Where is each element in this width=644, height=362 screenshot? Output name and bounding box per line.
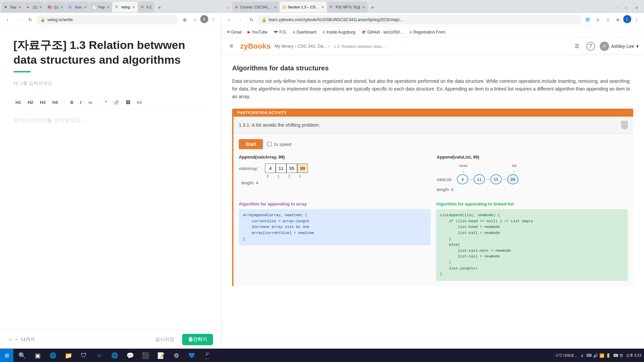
tab-52[interactable]: ✱ 5-2 xyxy=(138,2,155,12)
italic-button[interactable]: I xyxy=(78,99,84,106)
close-button[interactable]: ✕ xyxy=(632,3,641,12)
taskbar-battery[interactable]: 🔋 xyxy=(606,353,611,358)
tab-np[interactable]: P P와 NP의 개념 ✕ xyxy=(327,2,368,12)
zybooks-breadcrumb: My library › CSC 341: Da... › 1.3: Relat… xyxy=(274,44,568,49)
zybooks-appbar-right: ☰ ? A Ashley Lee ▾ xyxy=(572,42,639,51)
extensions-icon[interactable]: ⊕ xyxy=(180,15,190,24)
blockquote-button[interactable]: " xyxy=(103,99,109,106)
article-title[interactable]: [자료구조] 1.3 Relation betwwen data structu… xyxy=(13,38,208,67)
start-button-taskbar[interactable]: ⊞ xyxy=(0,349,13,362)
speed-checkbox[interactable] xyxy=(267,142,272,146)
bookmark-github[interactable]: 🐙 GitHub - lars1050/... xyxy=(359,28,406,36)
h1-button[interactable]: H1 xyxy=(13,99,23,106)
bold-button[interactable]: B xyxy=(68,99,75,106)
new-tab-button-left[interactable]: + xyxy=(155,3,164,12)
head-tail-arrows: ↓ ↓ xyxy=(437,168,628,174)
h2-button[interactable]: H2 xyxy=(26,99,36,106)
user-profile[interactable]: A Ashley Lee ▾ xyxy=(600,42,639,51)
extension-icon[interactable]: ⊕ xyxy=(613,15,623,24)
bookmarks-bar: ✉ Gmail ▶ YouTube 🗺 지도 A Dashboard A Ins… xyxy=(221,27,644,38)
taskbar-orange[interactable]: ⬛ xyxy=(138,349,153,362)
tab-flag[interactable]: 🇺🇸 (1) ✕ xyxy=(45,2,65,12)
tab-notif1[interactable]: ● (1) ✕ xyxy=(24,2,45,12)
tab-velog[interactable]: V velog ✕ xyxy=(112,2,137,12)
reload-button-right[interactable]: ↻ xyxy=(247,15,256,24)
toc-icon[interactable]: ☰ xyxy=(572,42,582,51)
breadcrumb-part1[interactable]: My library xyxy=(274,44,293,49)
back-button-right[interactable]: ‹ xyxy=(224,15,233,24)
taskbar-time[interactable]: 오후 3:23 xyxy=(626,353,641,358)
maximize-button[interactable]: □ xyxy=(622,3,631,12)
zybooks-logo[interactable]: zyBooks xyxy=(240,42,270,51)
taskbar-word[interactable]: W xyxy=(92,349,107,362)
taskbar-phone[interactable]: 📱 xyxy=(200,349,215,362)
taskbar-edge[interactable]: 🌐 xyxy=(46,349,60,362)
tab-google[interactable]: G Goo ✕ xyxy=(66,2,89,12)
help-icon[interactable]: ? xyxy=(586,42,595,51)
link-button[interactable]: 🔗 xyxy=(112,99,121,106)
share-icon[interactable]: ⎗ xyxy=(593,15,602,24)
new-tab-button-right[interactable]: + xyxy=(368,3,377,12)
taskbar-lang[interactable]: 🇰🇷 한 xyxy=(613,353,623,358)
array-index-2: 2 xyxy=(284,174,294,178)
menu-icon-left[interactable]: ⋮ xyxy=(209,15,218,24)
tag-input[interactable]: 태그를 입력하세요 xyxy=(13,80,208,86)
bookmark-inside-augsburg[interactable]: A Inside Augsburg xyxy=(320,28,358,36)
bookmark-gmail[interactable]: ✉ Gmail xyxy=(224,28,244,36)
breadcrumb-part2[interactable]: CSC 341: Da... xyxy=(298,44,327,49)
taskbar-chrome[interactable]: 🌐 xyxy=(107,349,122,362)
taskbar-network[interactable]: 📶 xyxy=(599,353,604,358)
back-button-left[interactable]: ‹ xyxy=(3,15,12,24)
taskbar-explorer[interactable]: 📁 xyxy=(61,349,76,362)
taskbar-shield[interactable]: 🛡 xyxy=(76,349,91,362)
taskbar-notepad[interactable]: 📝 xyxy=(154,349,168,362)
image-button[interactable]: 🖼 xyxy=(124,99,132,106)
editor-body[interactable]: 당신의 이야기를 적어보세요... xyxy=(13,117,208,124)
left-tab-bar: ▼ Say ✕ ● (1) ✕ 🇺🇸 (1) ✕ G Goo ✕ 📄 Pap ✕… xyxy=(0,0,221,13)
address-bar-left[interactable]: 🔒 velog.io/write xyxy=(37,15,178,24)
taskbar-chat[interactable]: 💬 xyxy=(123,349,138,362)
start-button[interactable]: Start xyxy=(239,139,263,149)
taskbar-hide-icons[interactable]: ∧ xyxy=(581,353,584,358)
taskbar-vscode[interactable]: 💙 xyxy=(184,349,199,362)
h3-button[interactable]: H3 xyxy=(38,99,48,106)
taskbar-volume[interactable]: 🔊 xyxy=(593,353,598,358)
list-algo-col: Algorithm for appending to linked-list L… xyxy=(436,201,628,281)
h4-button[interactable]: H4 xyxy=(50,99,60,106)
taskbar-right: -1°C 대체로... ∧ ⌨ 🔊 📶 🔋 🇰🇷 한 오후 3:23 xyxy=(552,353,644,358)
star-icon-left[interactable]: ☆ xyxy=(190,15,200,24)
right-tab-bar: ‹ A Course: CSC341 Data S ✕ Zy Section 1… xyxy=(221,0,644,13)
taskbar-settings[interactable]: ⚙ xyxy=(169,349,184,362)
tab-say[interactable]: ▼ Say ✕ xyxy=(1,2,24,12)
publish-button[interactable]: 출간하기 xyxy=(182,334,213,345)
zy-menu-button[interactable]: ≡ xyxy=(227,42,236,51)
minimize-button[interactable]: ─ xyxy=(612,3,621,12)
tab-paper[interactable]: 📄 Pap ✕ xyxy=(90,2,112,12)
strikethrough-button[interactable]: ㅡ xyxy=(86,99,95,106)
taskbar-taskview[interactable]: ▣ xyxy=(30,349,45,362)
bookmark-registration[interactable]: A Registration Form xyxy=(407,28,448,36)
bookmark-maps[interactable]: 🗺 지도 xyxy=(271,28,289,36)
reload-button-left[interactable]: ↻ xyxy=(25,15,35,24)
forward-button-left[interactable]: › xyxy=(14,15,23,24)
profile-icon-left[interactable]: A xyxy=(200,15,208,23)
tab-scroll-left[interactable]: ‹ xyxy=(223,3,232,12)
array-cells: 4 11 55 99 xyxy=(265,164,308,173)
star-icon-right[interactable]: ☆ xyxy=(603,15,612,24)
bookmark-dashboard[interactable]: A Dashboard xyxy=(290,28,319,36)
bookmark-youtube[interactable]: ▶ YouTube xyxy=(245,28,270,36)
tab-adobe[interactable]: A Course: CSC341 Data S ✕ xyxy=(232,2,279,12)
tab-zybooks[interactable]: Zy Section 1.3 – CSC 341 ✕ xyxy=(280,2,327,12)
forward-button-right[interactable]: › xyxy=(235,15,245,24)
translate-icon[interactable]: 🌐 xyxy=(583,15,592,24)
taskbar-search[interactable]: 🔍 xyxy=(15,349,30,362)
pa-bookmark-icon[interactable] xyxy=(621,121,628,129)
back-nav-button[interactable]: ← ← 나가기 xyxy=(8,337,35,343)
profile-icon-right[interactable]: L xyxy=(623,15,631,23)
array-column: Append(valsArray, 99) valsArray: 4 11 55… xyxy=(239,155,430,192)
temp-save-button[interactable]: 임시저장 xyxy=(150,334,179,345)
menu-icon-right[interactable]: ⋮ xyxy=(632,15,641,24)
breadcrumb-part3[interactable]: 1.3: Relation between data ... xyxy=(334,44,386,49)
address-bar-right[interactable]: 🔒 learn.zybooks.com/zybook/AUGSBURGCSC34… xyxy=(258,15,581,24)
code-button[interactable]: <> xyxy=(135,99,144,106)
